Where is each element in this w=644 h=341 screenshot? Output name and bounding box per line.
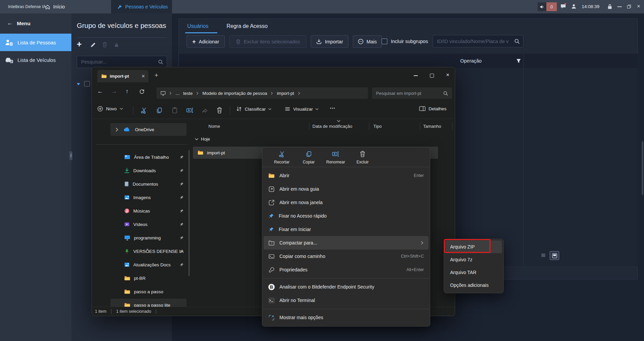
lock-icon[interactable] bbox=[607, 4, 612, 9]
tree-expander-icon[interactable] bbox=[77, 83, 80, 85]
list-view-toggle[interactable] bbox=[539, 251, 548, 259]
explorer-tab[interactable]: import-pt ✕ bbox=[97, 70, 148, 82]
sidebar-item-area-de-trabalho[interactable]: Área de Trabalho bbox=[110, 151, 187, 163]
new-button[interactable]: Novo bbox=[97, 106, 123, 112]
nav-forward-icon[interactable]: → bbox=[111, 88, 117, 95]
delete-button[interactable] bbox=[216, 107, 223, 114]
share-button[interactable] bbox=[202, 107, 208, 114]
sidebar-item-musicas[interactable]: Músicas bbox=[110, 204, 187, 217]
column-header-tamanho[interactable]: Tamanho bbox=[423, 124, 441, 129]
column-separator[interactable] bbox=[309, 122, 309, 130]
menu-item-abrir-nova-janela[interactable]: Abrir em nova janela bbox=[264, 196, 429, 209]
sidebar-item-pt-br[interactable]: pt-BR bbox=[110, 272, 187, 285]
sidebar-item-videos[interactable]: Vídeos bbox=[110, 218, 187, 231]
add-group-button[interactable]: + bbox=[77, 39, 82, 49]
column-header-data[interactable]: Data de modificação bbox=[312, 124, 352, 129]
panel-collapse-handle[interactable] bbox=[69, 151, 72, 160]
breadcrumb[interactable]: … teste Modelo de importação de pessoa i… bbox=[157, 87, 368, 99]
sidebar-item-programming[interactable]: programming bbox=[110, 231, 187, 244]
restore-button[interactable] bbox=[627, 4, 631, 9]
column-header-nome[interactable]: Nome bbox=[208, 124, 220, 129]
search-icon[interactable] bbox=[514, 38, 520, 44]
back-arrow-icon[interactable]: ← bbox=[7, 20, 13, 27]
search-icon[interactable] bbox=[443, 91, 448, 96]
include-subgroups-checkbox[interactable] bbox=[381, 38, 387, 44]
nav-back-icon[interactable]: ← bbox=[97, 88, 103, 95]
submenu-item-arquivo-7z[interactable]: Arquivo 7z bbox=[445, 253, 502, 266]
tab-usuarios[interactable]: Usuários bbox=[187, 23, 208, 29]
menu-item-abrir[interactable]: Abrir Enter bbox=[264, 169, 429, 182]
nav-up-icon[interactable]: ↑ bbox=[126, 88, 129, 95]
cut-button[interactable] bbox=[140, 107, 147, 114]
menu-item-propriedades[interactable]: Propriedades Alt+Enter bbox=[264, 263, 429, 276]
sort-button[interactable]: Classificar bbox=[236, 106, 271, 112]
breadcrumb-ellipsis[interactable]: … bbox=[175, 91, 180, 96]
view-button[interactable]: Visualizar bbox=[284, 106, 318, 112]
rename-button[interactable] bbox=[186, 107, 194, 114]
search-icon[interactable] bbox=[158, 59, 163, 65]
group-header-hoje[interactable]: Hoje bbox=[195, 137, 210, 142]
menu-item-bitdefender[interactable]: Analisar com o Bitdefender Endpoint Secu… bbox=[264, 280, 429, 294]
more-button[interactable]: Mais bbox=[353, 35, 382, 48]
sidebar-item-onedrive[interactable]: OneDrive bbox=[110, 123, 187, 136]
notifications-button[interactable] bbox=[560, 4, 566, 9]
sidebar-item-lista-de-pessoas[interactable]: Lista de Pessoas bbox=[0, 34, 71, 51]
toolbar-more-button[interactable]: … bbox=[330, 104, 335, 110]
menu-item-mostrar-mais-opcoes[interactable]: Mostrar mais opções bbox=[264, 311, 429, 324]
sidebar-item-atualizacoes-docs[interactable]: Atualizações Docs bbox=[110, 258, 187, 271]
sidebar-item-passo-a-passo-lite[interactable]: passo a passo lite bbox=[110, 299, 187, 307]
tab-regra-de-acesso[interactable]: Regra de Acesso bbox=[227, 23, 268, 29]
column-header-tipo[interactable]: Tipo bbox=[373, 124, 382, 129]
menu-item-fixar-acesso-rapido[interactable]: Fixar no Acesso rápido bbox=[264, 209, 429, 223]
add-button[interactable]: + Adicionar bbox=[187, 35, 225, 48]
sidebar-item-documentos[interactable]: Documentos bbox=[110, 178, 187, 190]
main-search-input[interactable] bbox=[433, 39, 514, 44]
group-search-input[interactable] bbox=[77, 59, 158, 65]
menu-item-abrir-nova-guia[interactable]: Abrir em nova guia bbox=[264, 182, 429, 196]
user-icon[interactable] bbox=[571, 3, 577, 9]
breadcrumb-modelo[interactable]: Modelo de importação de pessoa bbox=[202, 91, 267, 96]
tab-inicio[interactable]: Início bbox=[45, 0, 65, 13]
edit-group-button[interactable] bbox=[90, 42, 96, 48]
sidebar-item-downloads[interactable]: Downloads bbox=[110, 164, 187, 177]
column-separator[interactable] bbox=[452, 122, 452, 130]
sidebar-item-imagens[interactable]: Imagens bbox=[110, 191, 187, 204]
this-pc-icon[interactable] bbox=[161, 91, 166, 96]
window-minimize-button[interactable] bbox=[414, 75, 418, 76]
tab-close-icon[interactable]: ✕ bbox=[141, 74, 145, 78]
breadcrumb-teste[interactable]: teste bbox=[183, 91, 193, 96]
column-separator[interactable] bbox=[369, 122, 369, 130]
explorer-search-input[interactable] bbox=[372, 91, 443, 96]
delete-selected-button[interactable]: Excluir itens selecionados bbox=[229, 35, 306, 48]
submenu-item-arquivo-tar[interactable]: Arquivo TAR bbox=[445, 266, 502, 279]
filter-icon[interactable] bbox=[516, 58, 521, 64]
submenu-item-opcoes-adicionais[interactable]: Opções adicionais bbox=[445, 279, 502, 292]
sidebar-item-versoes-defense-ia[interactable]: VERSÕES DEFENSE IA bbox=[110, 245, 187, 258]
sidebar-item-lista-de-veiculos[interactable]: Lista de Veículos bbox=[0, 51, 71, 69]
quick-action-copiar[interactable]: Copiar bbox=[295, 151, 322, 164]
minimize-button[interactable] bbox=[617, 6, 622, 7]
sound-indicator[interactable]: 0 bbox=[538, 2, 557, 11]
menu-item-compactar-para[interactable]: Compactar para... bbox=[264, 236, 429, 250]
delete-group-button[interactable] bbox=[102, 42, 107, 48]
quick-action-excluir[interactable]: Excluir bbox=[349, 151, 376, 164]
menu-item-copiar-como-caminho[interactable]: Copiar como caminho Ctrl+Shift+C bbox=[264, 250, 429, 263]
window-close-button[interactable]: × bbox=[446, 72, 449, 78]
clean-group-button[interactable] bbox=[114, 42, 119, 47]
copy-button[interactable] bbox=[156, 107, 163, 114]
window-maximize-button[interactable] bbox=[430, 74, 434, 78]
column-separator[interactable] bbox=[420, 122, 420, 130]
breadcrumb-import-pt[interactable]: import-pt bbox=[277, 91, 294, 96]
menu-item-fixar-iniciar[interactable]: Fixar em Iniciar bbox=[264, 223, 429, 236]
paste-button[interactable] bbox=[171, 107, 178, 114]
new-tab-button[interactable]: + bbox=[155, 72, 158, 78]
nav-refresh-icon[interactable] bbox=[139, 89, 145, 94]
sidebar-scrollbar[interactable] bbox=[189, 150, 190, 276]
page-scrollbar-thumb[interactable] bbox=[642, 141, 643, 195]
tab-pessoas-veiculos[interactable]: Pessoas e Veículos bbox=[111, 0, 172, 13]
menu-item-abrir-terminal[interactable]: Abrir no Terminal bbox=[264, 294, 429, 307]
sidebar-item-passo-a-passo[interactable]: passo a passo bbox=[110, 285, 187, 298]
details-button[interactable]: Detalhes bbox=[419, 106, 446, 111]
card-view-toggle[interactable] bbox=[550, 251, 559, 260]
quick-action-renomear[interactable]: Renomear bbox=[322, 151, 349, 164]
